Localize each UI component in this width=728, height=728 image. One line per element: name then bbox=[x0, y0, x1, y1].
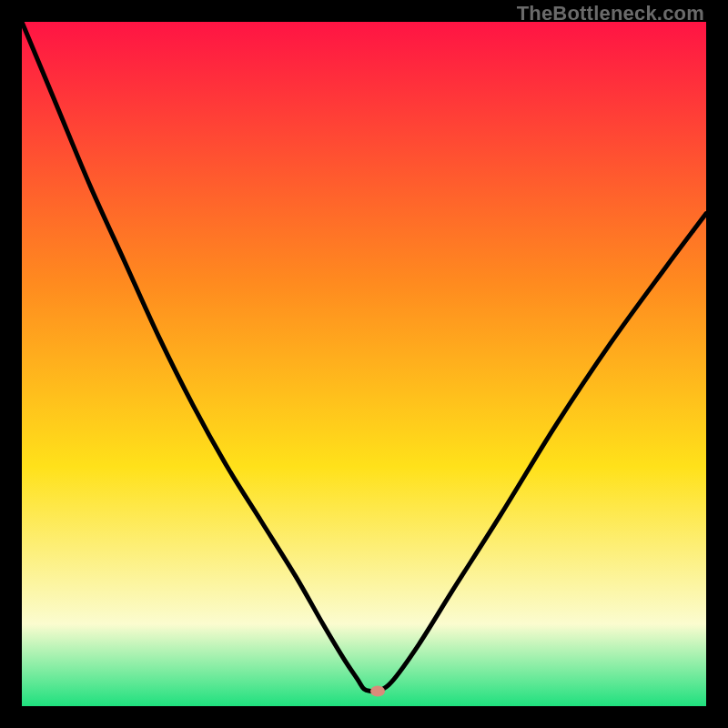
gradient-background bbox=[22, 22, 706, 706]
plot-area bbox=[22, 22, 706, 706]
chart-frame: TheBottleneck.com bbox=[0, 0, 728, 728]
optimum-marker bbox=[370, 685, 385, 696]
chart-svg bbox=[22, 22, 706, 706]
